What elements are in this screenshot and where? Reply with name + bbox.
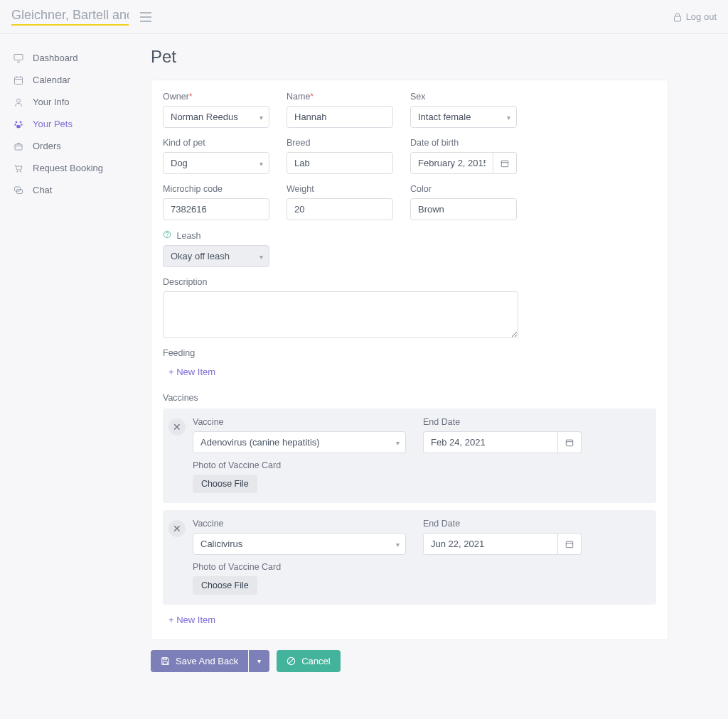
kind-label: Kind of pet — [163, 138, 269, 148]
close-icon: ✕ — [173, 421, 181, 433]
svg-rect-1 — [14, 54, 23, 60]
sidebar-item-orders[interactable]: Orders — [6, 135, 134, 157]
svg-rect-16 — [566, 440, 572, 446]
cancel-button[interactable]: Cancel — [277, 650, 340, 672]
svg-point-8 — [16, 124, 21, 128]
svg-point-10 — [17, 171, 18, 172]
sidebar-item-your-pets[interactable]: Your Pets — [6, 113, 134, 135]
sidebar: Dashboard Calendar Your Info Your Pets O… — [0, 34, 139, 701]
logout-label: Log out — [686, 11, 717, 22]
svg-point-6 — [14, 124, 16, 125]
calendar-icon — [500, 159, 509, 168]
save-button-label: Save And Back — [176, 656, 238, 666]
cancel-icon — [287, 656, 296, 666]
cancel-button-label: Cancel — [301, 656, 330, 666]
user-icon — [13, 97, 24, 107]
description-label: Description — [163, 277, 518, 287]
vaccine-label: Vaccine — [193, 519, 406, 529]
brand-title[interactable]: Gleichner, Bartell and M — [11, 8, 129, 26]
leash-label: Leash — [163, 230, 269, 241]
microchip-label: Microchip code — [163, 184, 269, 194]
choose-file-button[interactable]: Choose File — [193, 576, 257, 595]
microchip-input[interactable] — [163, 198, 269, 220]
svg-rect-9 — [15, 144, 22, 150]
sidebar-item-calendar[interactable]: Calendar — [6, 69, 134, 91]
help-icon[interactable] — [163, 231, 173, 241]
color-input[interactable] — [410, 198, 517, 220]
sidebar-item-chat[interactable]: Chat — [6, 179, 134, 201]
dob-input[interactable] — [410, 152, 493, 174]
vaccine-remove-button[interactable]: ✕ — [168, 418, 186, 436]
sidebar-item-label: Request Booking — [33, 163, 103, 173]
name-input[interactable] — [287, 106, 393, 128]
sidebar-item-your-info[interactable]: Your Info — [6, 91, 134, 113]
svg-rect-18 — [164, 658, 167, 660]
vaccine-end-input[interactable] — [423, 533, 558, 555]
chevron-down-icon: ▾ — [507, 113, 510, 121]
dob-calendar-button[interactable] — [493, 152, 517, 174]
weight-label: Weight — [287, 184, 393, 194]
sidebar-item-dashboard[interactable]: Dashboard — [6, 47, 134, 69]
owner-label: Owner — [163, 92, 189, 102]
pet-form-card: Owner* Norman Reedus▾ Name* Sex Intact f… — [151, 80, 668, 640]
sex-label: Sex — [410, 92, 517, 102]
vaccine-label: Vaccine — [193, 417, 406, 427]
weight-input[interactable] — [287, 198, 393, 220]
chat-icon — [13, 185, 24, 195]
hamburger-icon[interactable] — [140, 12, 151, 22]
sidebar-item-label: Orders — [33, 141, 61, 151]
vaccine-select[interactable]: Adenovirus (canine hepatitis)▾ — [193, 431, 406, 453]
sidebar-item-label: Your Info — [33, 97, 70, 107]
chevron-down-icon: ▾ — [259, 159, 263, 167]
calendar-icon — [13, 75, 24, 85]
box-icon — [13, 141, 24, 151]
lock-icon — [673, 12, 682, 22]
svg-point-5 — [20, 121, 22, 123]
vaccine-end-label: End Date — [423, 519, 582, 529]
feeding-add-item[interactable]: + New Item — [163, 364, 221, 380]
svg-point-11 — [20, 171, 21, 172]
svg-rect-2 — [15, 77, 23, 84]
name-label: Name — [287, 92, 310, 102]
save-split-button: Save And Back ▾ — [151, 650, 269, 672]
vaccine-end-calendar-button[interactable] — [558, 431, 582, 453]
paw-icon — [13, 119, 24, 129]
vaccine-end-calendar-button[interactable] — [558, 533, 582, 555]
vaccine-select[interactable]: Calicivirus▾ — [193, 533, 406, 555]
sidebar-item-label: Your Pets — [33, 119, 73, 129]
kind-select[interactable]: Dog▾ — [163, 152, 269, 174]
vaccine-end-input[interactable] — [423, 431, 558, 453]
vaccines-add-item[interactable]: + New Item — [163, 612, 221, 628]
choose-file-button[interactable]: Choose File — [193, 475, 257, 493]
svg-rect-17 — [566, 541, 572, 548]
vaccines-section-label: Vaccines — [163, 393, 656, 403]
calendar-icon — [565, 540, 574, 548]
sidebar-item-label: Dashboard — [33, 53, 78, 63]
leash-select[interactable]: Okay off leash▾ — [163, 245, 269, 267]
feeding-section-label: Feeding — [163, 348, 656, 358]
chevron-down-icon: ▾ — [259, 113, 263, 121]
required-mark: * — [310, 92, 314, 102]
svg-point-3 — [17, 99, 21, 102]
color-label: Color — [410, 184, 517, 194]
sidebar-item-label: Chat — [33, 185, 52, 195]
chevron-down-icon: ▾ — [396, 438, 400, 446]
description-textarea[interactable] — [163, 291, 518, 338]
save-dropdown-toggle[interactable]: ▾ — [249, 650, 269, 672]
vaccine-photo-label: Photo of Vaccine Card — [193, 460, 646, 470]
calendar-icon — [565, 438, 574, 447]
breed-input[interactable] — [287, 152, 393, 174]
chevron-down-icon: ▾ — [259, 252, 263, 260]
dob-label: Date of birth — [410, 138, 517, 148]
sidebar-item-request-booking[interactable]: Request Booking — [6, 157, 134, 179]
save-icon — [161, 656, 170, 666]
logout-button[interactable]: Log out — [673, 11, 717, 22]
cart-icon — [13, 163, 24, 173]
sex-select[interactable]: Intact female▾ — [410, 106, 517, 128]
vaccine-remove-button[interactable]: ✕ — [168, 520, 186, 537]
required-mark: * — [189, 92, 193, 102]
page-title: Pet — [151, 47, 668, 67]
owner-select[interactable]: Norman Reedus▾ — [163, 106, 269, 128]
vaccine-end-label: End Date — [423, 417, 582, 427]
save-and-back-button[interactable]: Save And Back — [151, 650, 248, 672]
